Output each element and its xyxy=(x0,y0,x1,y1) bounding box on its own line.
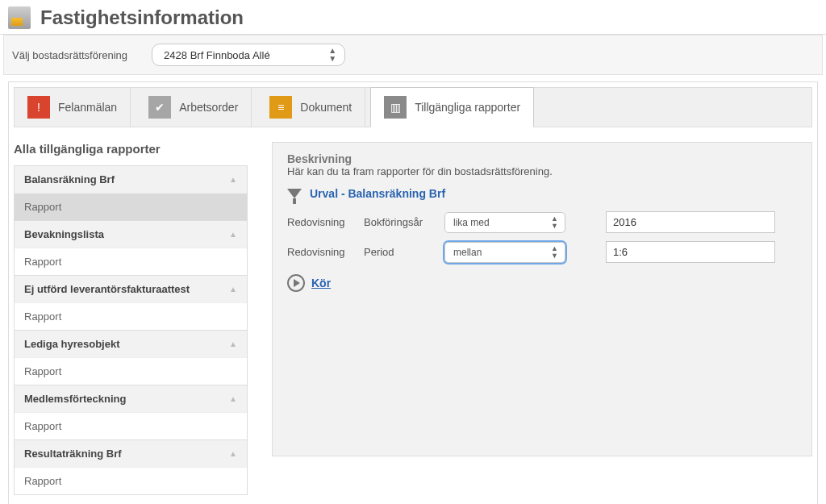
report-item[interactable]: Rapport xyxy=(15,467,247,494)
chevron-updown-icon: ▲▼ xyxy=(328,47,336,63)
reports-heading: Alla tillgängliga rapporter xyxy=(14,142,248,156)
play-icon xyxy=(287,274,305,292)
filter-operator-select[interactable]: lika med▲▼ xyxy=(444,212,565,233)
report-item[interactable]: Rapport xyxy=(15,357,247,385)
report-group-title: Resultaträkning Brf xyxy=(24,448,122,460)
chevron-up-icon: ▲ xyxy=(229,394,237,403)
selection-title: Urval - Balansräkning Brf xyxy=(310,187,445,200)
filter-field-label: Period xyxy=(364,246,444,258)
tab-arbetsorder[interactable]: ✔Arbetsorder xyxy=(136,88,252,127)
report-group-header[interactable]: Lediga hyresobjekt▲ xyxy=(15,330,247,357)
filter-operator-value: lika med xyxy=(453,217,490,228)
report-item[interactable]: Rapport xyxy=(15,302,247,330)
run-button[interactable]: Kör xyxy=(287,274,797,292)
filter-field-label: Bokföringsår xyxy=(364,216,444,228)
chevron-up-icon: ▲ xyxy=(229,285,237,294)
report-group-header[interactable]: Balansräkning Brf▲ xyxy=(15,166,247,193)
report-item[interactable]: Rapport xyxy=(15,193,247,220)
filter-operator-value: mellan xyxy=(453,247,482,258)
chevron-up-icon: ▲ xyxy=(229,339,237,348)
filter-row: RedovisningBokföringsårlika med▲▼ xyxy=(287,211,797,233)
filter-row: RedovisningPeriodmellan▲▼ xyxy=(287,241,797,263)
tab-label: Felanmälan xyxy=(58,101,117,114)
filter-operator-select[interactable]: mellan▲▼ xyxy=(444,242,565,263)
tab-rapporter[interactable]: ▥Tillgängliga rapporter xyxy=(370,87,534,127)
report-group-header[interactable]: Medlemsförteckning▲ xyxy=(15,385,247,412)
report-item[interactable]: Rapport xyxy=(15,248,247,275)
page-title: Fastighetsinformation xyxy=(40,6,244,29)
alert-icon: ! xyxy=(27,96,50,119)
tab-dokument[interactable]: ≡Dokument xyxy=(257,88,365,127)
report-group-header[interactable]: Bevakningslista▲ xyxy=(15,220,247,248)
filter-value-input[interactable] xyxy=(606,211,775,233)
description-title: Beskrivning xyxy=(287,152,797,165)
report-group-title: Balansräkning Brf xyxy=(24,173,115,185)
filter-icon xyxy=(287,189,302,198)
chevron-updown-icon: ▲▼ xyxy=(551,215,558,230)
association-select-value: 2428 Brf Finnboda Allé xyxy=(164,49,270,61)
chart-icon: ▥ xyxy=(384,96,407,119)
tab-label: Tillgängliga rapporter xyxy=(415,101,520,114)
document-icon: ≡ xyxy=(269,96,292,119)
report-group-title: Ej utförd leverantörsfakturaattest xyxy=(24,283,190,295)
chevron-up-icon: ▲ xyxy=(229,175,237,184)
report-group-header[interactable]: Resultaträkning Brf▲ xyxy=(15,439,247,467)
report-group-title: Lediga hyresobjekt xyxy=(24,338,119,350)
report-group-title: Bevakningslista xyxy=(24,228,104,240)
association-label: Välj bostadsrättsförening xyxy=(12,49,127,61)
chevron-up-icon: ▲ xyxy=(229,449,237,458)
tab-label: Arbetsorder xyxy=(179,101,238,114)
checklist-icon: ✔ xyxy=(148,96,171,119)
filter-group-label: Redovisning xyxy=(287,246,364,258)
chevron-up-icon: ▲ xyxy=(229,230,237,239)
filter-value-input[interactable] xyxy=(606,241,775,263)
tab-felanmalan[interactable]: !Felanmälan xyxy=(15,88,131,127)
report-item[interactable]: Rapport xyxy=(15,412,247,439)
report-group-header[interactable]: Ej utförd leverantörsfakturaattest▲ xyxy=(15,275,247,302)
association-select[interactable]: 2428 Brf Finnboda Allé ▲▼ xyxy=(152,44,345,66)
report-group-title: Medlemsförteckning xyxy=(24,393,126,405)
description-text: Här kan du ta fram rapporter för din bos… xyxy=(287,165,797,177)
tab-label: Dokument xyxy=(300,101,352,114)
app-logo-icon xyxy=(8,6,31,29)
filter-group-label: Redovisning xyxy=(287,216,364,228)
run-label: Kör xyxy=(311,277,331,289)
chevron-updown-icon: ▲▼ xyxy=(551,245,558,260)
